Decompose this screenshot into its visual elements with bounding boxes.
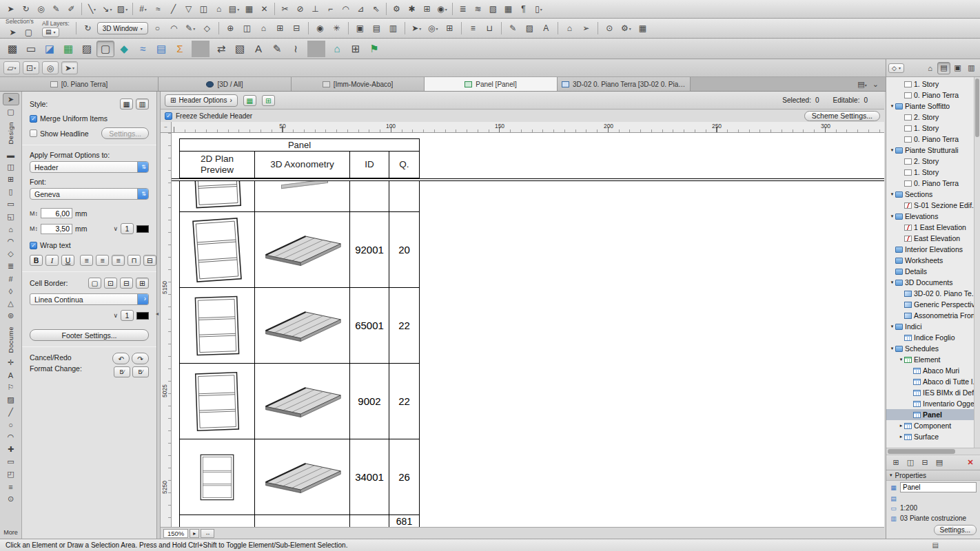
grid-icon[interactable]: ⊞ [442, 21, 457, 35]
properties-header[interactable]: ▾ Properties [886, 470, 980, 481]
border-none-icon[interactable]: ▢ [88, 278, 101, 289]
trim-icon[interactable]: ✂ [278, 2, 292, 16]
gravity-icon[interactable]: ▽ [181, 2, 196, 16]
all-layers-dropdown[interactable]: ▤▾ [42, 28, 59, 37]
adjust-icon[interactable]: ⊥ [308, 2, 323, 16]
collapse-panel-icon[interactable]: ◂ [156, 311, 159, 317]
arrow-style-dropdown[interactable]: ↘ [100, 2, 114, 16]
publisher-icon[interactable]: ▥ [965, 62, 978, 74]
disclosure-triangle-icon[interactable]: ▾ [889, 346, 895, 351]
nav-folder-interior-elevations[interactable]: Interior Elevations [886, 244, 980, 255]
header-options-dropdown[interactable]: ⊞ Header Options › [165, 94, 238, 107]
italic-button[interactable]: I [45, 255, 59, 266]
nav-folder-indici[interactable]: ▾ Indici [886, 321, 980, 332]
section-tool-icon[interactable]: ≡ [3, 481, 19, 493]
shell-tool-icon[interactable]: ◠ [3, 236, 19, 248]
fill-pattern-dropdown[interactable]: ▨ [115, 2, 130, 16]
panel-list-icon[interactable]: ▤ [152, 41, 170, 57]
grid-toggle-icon[interactable]: ▦ [242, 2, 256, 16]
window-grid-icon[interactable]: ⊞ [347, 41, 365, 57]
nav-folder-piante-soffitto[interactable]: ▾ Piante Soffitto [886, 101, 980, 112]
lock-icon[interactable]: ⊙ [602, 21, 617, 35]
level-icon[interactable]: ⊔ [482, 21, 497, 35]
wall-tool-icon[interactable]: ▬ [3, 149, 19, 161]
refresh-icon[interactable]: ↻ [81, 21, 95, 35]
navigator-hscrollbar[interactable] [886, 448, 980, 455]
3d-window-dropdown[interactable]: 3D Window▾ [97, 22, 148, 34]
pen-weight-field[interactable]: 1 [121, 223, 134, 234]
cancel-format-icon[interactable]: B∕ [114, 366, 130, 377]
column-header-id[interactable]: ID [350, 152, 389, 178]
master-layout-icon[interactable]: ▥ [386, 21, 400, 35]
nav-item-2-story[interactable]: 2. Story [886, 112, 980, 123]
spline-tool-icon[interactable]: ◠ [3, 431, 19, 444]
snap-grid-dropdown[interactable]: # [136, 2, 150, 16]
line-tool-icon[interactable]: ╱ [3, 406, 19, 419]
zoom-menu-icon[interactable]: ▸ [190, 529, 199, 538]
panel-options-dropdown[interactable]: ▯ [531, 2, 546, 16]
publish-icon[interactable]: ➢ [579, 21, 593, 35]
eraser-tool-icon[interactable]: ✐ [64, 2, 79, 16]
border-pen-weight-field[interactable]: 1 [121, 310, 134, 321]
circle-tool-icon[interactable]: ○ [3, 419, 19, 431]
window-tool-icon[interactable]: ⊞ [3, 174, 19, 186]
marquee-options-dropdown[interactable]: ⊡ [23, 61, 39, 74]
project-map-icon[interactable]: ⌂ [923, 62, 937, 74]
underline-button[interactable]: U [61, 255, 74, 266]
current-selection-icon[interactable]: ▢ [96, 41, 114, 57]
selection-marquee-icon[interactable]: ▢ [21, 25, 36, 39]
footer-settings-button[interactable]: Footer Settings... [30, 329, 149, 341]
disclosure-triangle-icon[interactable]: ▸ [898, 434, 904, 439]
nav-item-generic-perspective[interactable]: Generic Perspective [886, 299, 980, 310]
scale-icon[interactable]: ≡ [466, 21, 480, 35]
border-all-icon[interactable]: ⊞ [136, 278, 149, 289]
door-icon[interactable]: ◫ [240, 21, 254, 35]
column-tool-icon[interactable]: ▯ [3, 186, 19, 198]
nav-item-indice-foglio[interactable]: Indice Foglio [886, 332, 980, 343]
border-inner-icon[interactable]: ⊟ [120, 278, 133, 289]
nav-item-1-story[interactable]: 1. Story [886, 123, 980, 134]
disclosure-triangle-icon[interactable]: ▾ [889, 147, 895, 153]
fill-edit-icon[interactable]: ▧ [231, 41, 249, 57]
valign-top-icon[interactable]: ⊓ [127, 255, 141, 266]
zone-tool-icon[interactable]: ◊ [3, 285, 19, 298]
navigator-scrollbar[interactable] [974, 77, 980, 448]
close-icon[interactable]: ✕ [257, 2, 272, 16]
nav-item-1-east-elevation[interactable]: 1 East Elevation [886, 222, 980, 233]
tab-scroll-icon[interactable]: ⌄ [872, 80, 879, 89]
schedule-selection-icon[interactable]: ▩ [3, 41, 21, 57]
schedule-tool-icon[interactable]: ▦ [501, 2, 515, 16]
selection-options-dropdown[interactable]: ▱ [3, 61, 20, 74]
select-tool-icon[interactable]: ➤ [3, 2, 18, 16]
pen-dropdown[interactable]: ✎ [183, 21, 198, 35]
pen-set-icon[interactable]: ✎ [506, 21, 520, 35]
mesh-icon[interactable]: ⊞ [273, 21, 287, 35]
nav-item-2-story[interactable]: 2. Story [886, 156, 980, 167]
flag-icon[interactable]: ⚑ [365, 41, 383, 57]
beam-icon[interactable]: ⊟ [289, 21, 304, 35]
settings-gear-icon[interactable]: ⚙ [389, 2, 404, 16]
style-expanded-icon[interactable]: ▥ [136, 98, 149, 110]
layout-book-icon[interactable]: ▣ [951, 62, 964, 74]
orbit-dropdown[interactable]: ◎ [426, 21, 440, 35]
transform-icon[interactable]: ⇄ [212, 41, 230, 57]
clone-folder-icon[interactable]: ⊟ [919, 457, 930, 468]
view-settings-button[interactable]: Settings... [934, 525, 977, 535]
undo-format-button[interactable]: ↶ [112, 353, 130, 364]
roof-tool-icon[interactable]: ⌂ [3, 223, 19, 236]
redo-format-icon[interactable]: B∕ [132, 366, 149, 377]
spline-edit-icon[interactable]: ≀ [287, 41, 305, 57]
disclosure-triangle-icon[interactable]: ▾ [889, 214, 895, 219]
capture-icon[interactable]: ⊞ [420, 2, 434, 16]
nav-group-element[interactable]: ▾ Element [886, 354, 980, 365]
disclosure-triangle-icon[interactable]: ▾ [889, 103, 895, 109]
tab-3d-all[interactable]: [3D / All] [159, 77, 292, 91]
polygon-tool-icon[interactable]: ◇ [200, 21, 214, 35]
delete-view-icon[interactable]: ✕ [965, 457, 976, 468]
nav-folder-details[interactable]: Details [886, 266, 980, 277]
snap-guides-icon[interactable]: ≈ [151, 2, 165, 16]
schedule-row[interactable] [179, 180, 420, 212]
hatch-set-icon[interactable]: ▨ [522, 21, 537, 35]
layer-settings-dropdown[interactable]: ▤ [227, 2, 241, 16]
nav-group-surface[interactable]: ▸ Surface [886, 431, 980, 442]
